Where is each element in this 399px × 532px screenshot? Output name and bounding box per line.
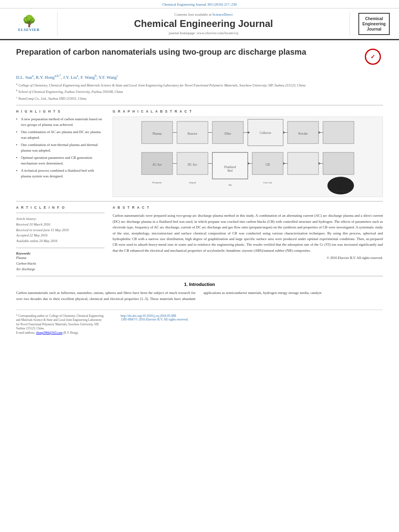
highlight-item-2: One combination of AC arc plasma and DC … [16,129,105,140]
email-suffix: (R.Y. Hong). [63,331,79,335]
keyword-carbon: Carbon blacks [16,261,105,267]
svg-marker-35 [248,162,250,165]
svg-marker-34 [319,131,321,134]
journal-homepage: journal homepage: www.elsevier.com/locat… [169,31,239,35]
svg-text:CB: CB [265,163,269,166]
introduction-section: 1. Introduction Carbon nanomaterials suc… [16,276,383,302]
article-title-section: Preparation of carbon nanomaterials usin… [16,47,383,70]
footer-area: * Corresponding author at: College of Ch… [16,310,383,335]
affiliation-b: b School of Chemical Engineering, Fuzhou… [16,88,383,94]
elsevier-label: ELSEVIER [18,28,40,32]
svg-rect-11 [323,152,354,175]
sciencedirect-link: Contents lists available at ScienceDirec… [175,12,233,16]
highlight-item-3: One combination of non-thermal plasma an… [16,142,105,153]
intro-text: Carbon nanomaterials such as fullerenes,… [16,290,383,302]
svg-text:DC Arc: DC Arc [188,163,197,166]
highlight-item-4: Optimal operation parameters and CB gene… [16,155,105,166]
highlights-graphical-row: H I G H L I G H T S A new preparation me… [16,105,383,197]
journal-right-logo: ChemicalEngineeringJournal [354,12,394,36]
svg-text:Reactor: Reactor [188,132,197,136]
article-title: Preparation of carbon nanomaterials usin… [16,47,356,57]
svg-marker-33 [283,131,286,134]
svg-text:Filter: Filter [224,132,231,136]
svg-text:Fluidized: Fluidized [224,165,236,169]
abstract-text: Carbon nanomaterials were prepared using… [113,213,383,253]
keywords-divider [16,248,105,248]
svg-rect-5 [323,121,354,144]
keywords-list: Plasma Carbon blacks Arc discharge [16,255,105,272]
intro-title: 1. Introduction [16,282,383,287]
abstract-header: A B S T R A C T [113,205,383,210]
copyright-line: © 2016 Elsevier B.V. All rights reserved… [113,256,383,260]
svg-text:Plasma: Plasma [152,132,162,136]
keywords-label: Keywords: [16,251,105,255]
doi-anchor[interactable]: http://dx.doi.org/10.1016/j.cej.2016.05.… [121,314,176,318]
article-info-header: A R T I C L E I N F O [16,205,105,210]
email-link[interactable]: rhong1966@163.com [36,331,62,335]
main-content: Preparation of carbon nanomaterials usin… [0,40,399,341]
svg-text:Bed: Bed [228,169,233,173]
elsevier-logo: 🌳 ELSEVIER [11,12,47,36]
svg-text:AC Arc: AC Arc [152,163,162,166]
issn-line: 1385-8947/© 2016 Elsevier B.V. All right… [121,318,383,321]
crossmark-icon: ✓ [365,49,381,65]
crossmark-badge: ✓ [363,47,383,67]
doi-link: http://dx.doi.org/10.1016/j.cej.2016.05.… [121,314,383,318]
journal-header: 🌳 ELSEVIER Contents lists available at S… [0,8,399,40]
cej-logo-box: ChemicalEngineeringJournal [358,13,390,35]
highlights-list: A new preparation method of carbon mater… [16,117,105,179]
article-info-abstract-row: A R T I C L E I N F O Article history: R… [16,201,383,272]
keyword-arc: Arc discharge [16,267,105,272]
journal-reference: Chemical Engineering Journal 303 (2016) … [0,0,399,8]
svg-text:Carbon Black: Carbon Black [332,189,350,193]
sciencedirect-anchor[interactable]: ScienceDirect [212,12,232,16]
affiliations: a College of Chemistry, Chemical Enginee… [16,82,383,101]
journal-center: Contents lists available at ScienceDirec… [57,12,350,36]
received-date: Received 10 March 2016 [16,222,105,228]
article-info-col: A R T I C L E I N F O Article history: R… [16,205,105,272]
svg-text:H₂: H₂ [228,183,232,187]
keywords-section: Keywords: Plasma Carbon blacks Arc disch… [16,251,105,272]
article-history: Article history: Received 10 March 2016 … [16,216,105,244]
footer-doi: http://dx.doi.org/10.1016/j.cej.2016.05.… [121,314,383,335]
highlight-item-1: A new preparation method of carbon mater… [16,117,105,127]
highlight-item-5: A technical process combined a fluidized… [16,168,105,179]
accepted-date: Accepted 22 May 2016 [16,233,105,238]
graphical-abstract-col: G R A P H I C A L A B S T R A C T [113,109,383,197]
corresponding-author-text: * Corresponding author at: College of Ch… [16,314,105,331]
history-label: Article history: [16,216,105,222]
highlights-header: H I G H L I G H T S [16,109,105,113]
graphical-abstract-header: G R A P H I C A L A B S T R A C T [113,109,383,113]
authors: D.L. Suna, R.Y. Honga,b,*, J.Y. Liua, F.… [16,74,383,80]
elsevier-tree-icon: 🌳 [22,16,36,27]
svg-text:Propane: Propane [152,181,162,184]
footer-corresponding-author: * Corresponding author at: College of Ch… [16,314,105,335]
journal-title: Chemical Engineering Journal [134,18,273,29]
svg-text:Powder: Powder [298,132,308,136]
svg-text:Collector: Collector [260,131,271,135]
keyword-plasma: Plasma [16,255,105,261]
revised-date: Received in revised form 15 May 2016 [16,228,105,233]
svg-text:Gas out: Gas out [263,181,272,184]
svg-marker-37 [319,162,321,165]
affiliation-a: a College of Chemistry, Chemical Enginee… [16,82,383,88]
article-info-divider [16,213,105,213]
email-line: E-mail address: rhong1966@163.com (R.Y. … [16,331,105,335]
email-label: E-mail address: [16,331,35,335]
svg-rect-10 [288,152,319,175]
available-date: Available online 24 May 2016 [16,238,105,244]
svg-marker-36 [283,162,286,165]
graphical-abstract-image: Plasma Reactor Filter Collector Powder A… [113,117,383,197]
abstract-col: A B S T R A C T Carbon nanomaterials wer… [113,205,383,272]
svg-text:Argon: Argon [189,181,196,184]
highlights-col: H I G H L I G H T S A new preparation me… [16,109,105,197]
journal-logo-area: 🌳 ELSEVIER [5,12,53,36]
affiliation-c: c NanoComp Co., Ltd., Suzhou SND 215011,… [16,95,383,101]
